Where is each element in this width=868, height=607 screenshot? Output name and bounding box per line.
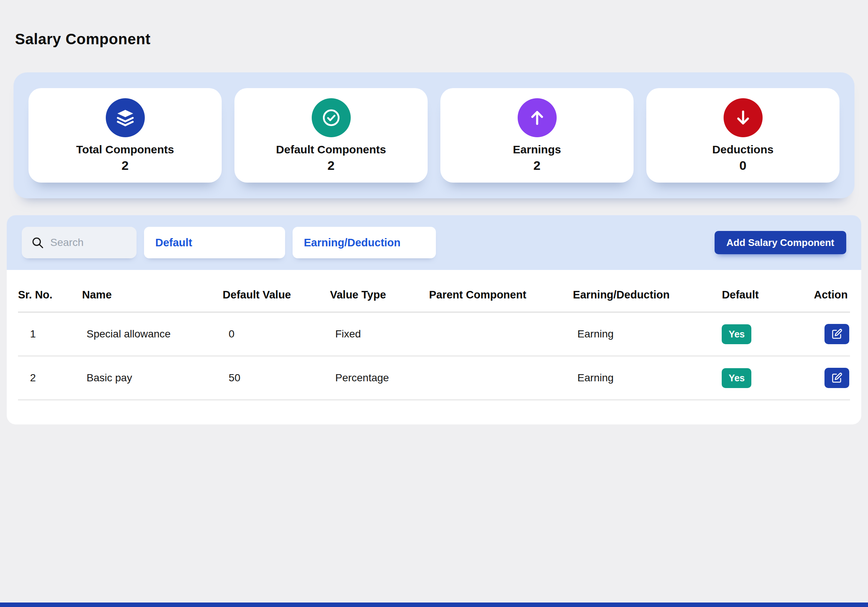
filter-default-label: Default (155, 237, 192, 249)
cell-sr-no: 1 (18, 312, 82, 356)
search-input[interactable] (22, 227, 136, 258)
cell-earning-deduction: Earning (573, 356, 722, 400)
cell-name: Basic pay (82, 356, 223, 400)
default-badge: Yes (722, 368, 751, 388)
salary-component-table: Sr. No. Name Default Value Value Type Pa… (18, 283, 850, 400)
layers-icon (106, 98, 145, 137)
salary-component-list-panel: Default Earning/Deduction Add Salary Com… (7, 215, 861, 424)
table-row: 2 Basic pay 50 Percentage Earning Yes (18, 356, 850, 400)
search-icon (31, 236, 44, 249)
check-circle-icon (312, 98, 351, 137)
add-salary-component-button[interactable]: Add Salary Component (715, 231, 846, 254)
stat-card-value: 2 (327, 158, 335, 173)
stat-card-earnings: Earnings 2 (440, 88, 634, 183)
stat-card-value: 2 (533, 158, 541, 173)
cell-default-value: 50 (223, 356, 330, 400)
header-default: Default (722, 283, 808, 312)
stats-panel: Total Components 2 Default Components 2 … (14, 72, 854, 198)
table-row: 1 Special allowance 0 Fixed Earning Yes (18, 312, 850, 356)
stat-card-total-components: Total Components 2 (28, 88, 222, 183)
cell-value-type: Percentage (330, 356, 429, 400)
table-section: Sr. No. Name Default Value Value Type Pa… (7, 270, 861, 424)
stat-card-label: Total Components (76, 143, 174, 156)
cell-default-value: 0 (223, 312, 330, 356)
stat-card-label: Default Components (276, 143, 386, 156)
cell-default: Yes (722, 356, 808, 400)
bottom-accent-bar (0, 602, 868, 607)
header-default-value: Default Value (223, 283, 330, 312)
edit-icon (831, 372, 843, 384)
stat-card-value: 2 (121, 158, 129, 173)
header-action: Action (808, 283, 850, 312)
arrow-down-icon (724, 98, 763, 137)
header-parent-component: Parent Component (429, 283, 573, 312)
header-name: Name (82, 283, 223, 312)
filter-earning-deduction-dropdown[interactable]: Earning/Deduction (293, 227, 436, 258)
page-title: Salary Component (15, 31, 868, 48)
stat-card-label: Deductions (712, 143, 773, 156)
header-sr-no: Sr. No. (18, 283, 82, 312)
cell-parent-component (429, 312, 573, 356)
edit-button[interactable] (825, 324, 849, 344)
table-header-row: Sr. No. Name Default Value Value Type Pa… (18, 283, 850, 312)
header-value-type: Value Type (330, 283, 429, 312)
cell-default: Yes (722, 312, 808, 356)
cell-parent-component (429, 356, 573, 400)
stat-card-value: 0 (739, 158, 747, 173)
edit-button[interactable] (825, 368, 849, 388)
filter-earning-deduction-label: Earning/Deduction (304, 237, 401, 249)
toolbar: Default Earning/Deduction Add Salary Com… (7, 215, 861, 270)
filter-default-dropdown[interactable]: Default (144, 227, 285, 258)
stat-card-default-components: Default Components 2 (234, 88, 428, 183)
cell-earning-deduction: Earning (573, 312, 722, 356)
stat-card-label: Earnings (513, 143, 561, 156)
default-badge: Yes (722, 324, 751, 344)
cell-sr-no: 2 (18, 356, 82, 400)
edit-icon (831, 328, 843, 340)
arrow-up-icon (518, 98, 556, 137)
search-field[interactable] (50, 237, 127, 249)
cell-name: Special allowance (82, 312, 223, 356)
stat-card-deductions: Deductions 0 (646, 88, 840, 183)
header-earning-deduction: Earning/Deduction (573, 283, 722, 312)
cell-value-type: Fixed (330, 312, 429, 356)
